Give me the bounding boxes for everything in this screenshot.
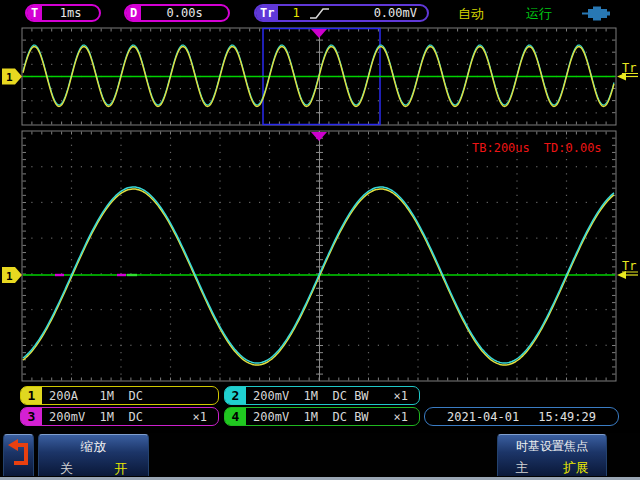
trigger-source: 1 <box>292 6 299 20</box>
timebase-main-option[interactable]: 主 <box>515 459 528 477</box>
timebase-focus-menu-button[interactable]: 时基设置焦点 主 扩展 <box>497 434 607 476</box>
channel-2-settings: 200mV 1M DC BW <box>253 389 369 403</box>
trigger-readout: Tr 1 0.00mV <box>254 4 429 22</box>
channel-3-badge: 3 <box>21 408 42 425</box>
date-value: 2021-04-01 <box>447 410 519 424</box>
trigger-position-marker <box>311 29 327 38</box>
channel-3-info: 3 200mV 1M DC ×1 <box>20 407 219 426</box>
delay-value: 0.00s <box>141 6 228 20</box>
timebase-readout: T 1ms <box>25 4 101 22</box>
rising-edge-icon <box>308 6 330 20</box>
channel-3-settings: 200mV 1M DC <box>49 410 143 424</box>
tb-value: TB:200us <box>472 141 530 155</box>
channel-1-info: 1 200A 1M DC <box>20 386 219 405</box>
zoom-timebase-readout: TB:200usTD:0.00s <box>472 141 616 155</box>
zoom-menu-button[interactable]: 缩放 关 开 <box>38 434 149 476</box>
zoom-menu-title: 缩放 <box>39 438 148 456</box>
ground-mark <box>117 274 126 276</box>
channel-3-scale: ×1 <box>193 410 207 424</box>
ground-mark <box>55 274 64 276</box>
trigger-position-marker <box>311 132 327 141</box>
timebase-label: T <box>27 6 42 20</box>
time-value: 15:49:29 <box>538 410 596 424</box>
channel-2-badge: 2 <box>225 387 246 404</box>
td-value: TD:0.00s <box>544 141 602 155</box>
channel-1-badge: 1 <box>21 387 42 404</box>
run-state-indicator: 运行 <box>526 5 552 23</box>
trigger-level: 0.00mV <box>330 6 427 20</box>
svg-text:1: 1 <box>6 71 13 84</box>
timebase-focus-title: 时基设置焦点 <box>498 438 606 455</box>
overview-window: 1Tr <box>2 28 638 125</box>
trigger-level-marker-label: Tr <box>622 259 636 273</box>
oscilloscope-screen: 1Tr1Tr T 1ms D 0.00s Tr 1 0.00mV 自动 运行 T… <box>0 0 640 480</box>
channel-2-info: 2 200mV 1M DC BW ×1 <box>224 386 420 405</box>
zoom-on-option[interactable]: 开 <box>114 460 127 478</box>
channel-4-info: 4 200mV 1M DC BW ×1 <box>224 407 420 426</box>
trigger-level-marker-label: Tr <box>622 61 636 75</box>
trigger-label: Tr <box>256 6 278 20</box>
channel-1-settings: 200A 1M DC <box>49 389 143 403</box>
zoom-off-option[interactable]: 关 <box>60 460 73 478</box>
svg-text:1: 1 <box>6 270 13 283</box>
channel-2-scale: ×1 <box>394 389 408 403</box>
ground-mark <box>127 274 137 276</box>
trigger-mode-indicator: 自动 <box>458 5 484 23</box>
delay-label: D <box>126 6 141 20</box>
channel-4-scale: ×1 <box>394 410 408 424</box>
timebase-value: 1ms <box>42 6 99 20</box>
datetime-display: 2021-04-01 15:49:29 <box>424 407 619 426</box>
usb-plug-icon <box>582 5 612 22</box>
delay-readout: D 0.00s <box>124 4 230 22</box>
channel-4-badge: 4 <box>225 408 246 425</box>
timebase-extended-option[interactable]: 扩展 <box>563 459 589 477</box>
soft-menu-bar: 缩放 关 开 时基设置焦点 主 扩展 <box>0 433 640 477</box>
channel-4-settings: 200mV 1M DC BW <box>253 410 369 424</box>
sine-trace <box>23 45 614 105</box>
return-arrow-icon <box>4 435 33 475</box>
zoomed-window: 1Tr <box>2 131 638 381</box>
menu-back-button[interactable] <box>3 434 34 476</box>
